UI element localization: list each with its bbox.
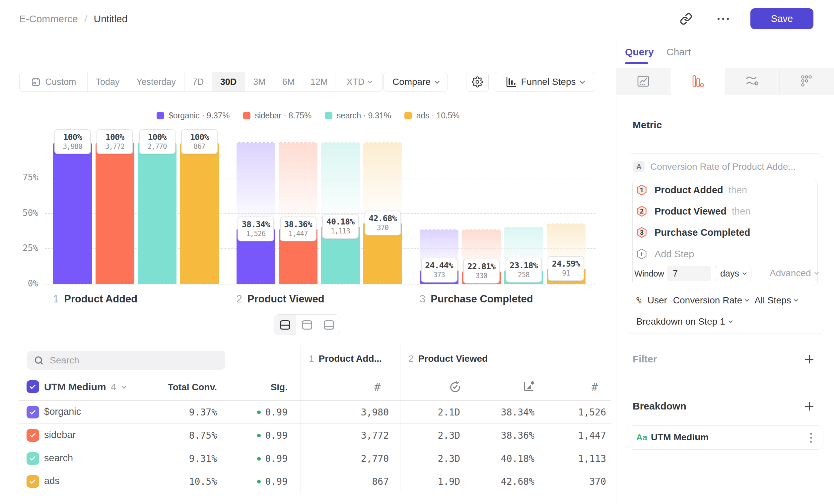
measure-scope-label: All Steps — [754, 295, 791, 306]
range-7d[interactable]: 7D — [184, 72, 212, 92]
query-step-2[interactable]: 2Product Viewedthen — [636, 206, 750, 217]
count-column-icon[interactable]: # — [592, 381, 598, 393]
cell-rate: 38.36% — [452, 430, 534, 441]
table-row-sidebar[interactable]: sidebar8.75%0.993,7722.3D38.36%1,447 — [19, 424, 611, 447]
chart-legend: $organic · 9.37%sidebar · 8.75%search · … — [0, 109, 616, 121]
query-step-3[interactable]: 3Purchase Completed — [636, 227, 750, 238]
legend-item-ads[interactable]: ads · 10.5% — [404, 111, 459, 120]
tab-chart[interactable]: Chart — [666, 46, 691, 58]
breakdown-item-menu[interactable] — [810, 433, 812, 443]
range-custom[interactable]: Custom — [20, 72, 88, 92]
bar-pct-label: 100% — [98, 132, 132, 142]
table-row-search[interactable]: search9.31%0.992,7702.3D40.18%1,113 — [19, 447, 611, 470]
sig-header[interactable]: Sig. — [221, 382, 288, 393]
bar-pct-label: 100% — [56, 132, 90, 142]
total-conv-header[interactable]: Total Conv. — [151, 382, 217, 393]
time-to-convert-icon[interactable] — [448, 380, 462, 393]
funnel-report-app: E-Commerce / Untitled Save CustomTodayYe… — [0, 0, 834, 504]
bar-pct-label: 38.34% — [239, 219, 273, 229]
measure-scope-dropdown[interactable]: All Steps — [754, 295, 797, 306]
bar-pct-label: 100% — [182, 132, 216, 142]
chevron-down-icon — [745, 297, 749, 302]
range-12m[interactable]: 12M — [303, 72, 335, 92]
window-unit-select[interactable]: days — [715, 266, 751, 281]
bar-organic-step1[interactable] — [53, 142, 92, 284]
breakdown-on-dropdown[interactable]: Breakdown on Step 1 — [636, 316, 732, 327]
metric-letter-badge: A — [633, 161, 644, 172]
insights-tab[interactable] — [616, 68, 671, 94]
measure-metric-dropdown[interactable]: Conversion Rate — [673, 295, 749, 306]
conversion-rate-icon[interactable] — [522, 380, 535, 393]
retention-tab[interactable] — [725, 68, 780, 94]
row-checkbox[interactable] — [26, 475, 39, 488]
flows-tab[interactable] — [780, 68, 834, 94]
metric-title[interactable]: Conversion Rate of Product Adde... — [650, 161, 796, 172]
chart-type-dropdown[interactable]: Funnel Steps — [494, 72, 595, 92]
legend-item-organic[interactable]: $organic · 9.37% — [157, 111, 229, 120]
add-filter-button[interactable] — [804, 354, 814, 364]
save-button[interactable]: Save — [750, 8, 813, 29]
breadcrumb-current[interactable]: Untitled — [93, 13, 127, 25]
funnels-tab[interactable] — [671, 68, 725, 94]
range-30d[interactable]: 30D — [212, 72, 245, 92]
legend-label: ads · 10.5% — [416, 111, 459, 120]
copy-link-button[interactable] — [678, 10, 694, 28]
view-toggle-split[interactable] — [275, 315, 296, 335]
legend-swatch — [243, 112, 250, 119]
search-input[interactable] — [50, 355, 209, 366]
row-checkbox[interactable] — [26, 429, 39, 442]
legend-item-sidebar[interactable]: sidebar · 8.75% — [243, 111, 311, 120]
add-breakdown-button[interactable] — [804, 401, 814, 411]
view-toggle-table[interactable] — [296, 315, 318, 335]
view-toggle-chart[interactable] — [318, 315, 340, 335]
advanced-toggle[interactable]: Advanced — [770, 268, 818, 278]
range-label: Today — [95, 77, 119, 87]
range-xtd[interactable]: XTD — [335, 72, 382, 92]
bar-ads-step1[interactable] — [180, 142, 219, 284]
more-options-button[interactable] — [713, 10, 733, 28]
add-step-button[interactable]: Add Step — [636, 248, 694, 260]
split-view-icon — [280, 320, 290, 329]
bar-search-step1[interactable] — [138, 142, 176, 284]
tab-query[interactable]: Query — [625, 46, 654, 58]
table-row-organic[interactable]: $organic9.37%0.993,9802.1D38.34%1,526 — [19, 400, 611, 424]
bar-sidebar-step1[interactable] — [95, 142, 134, 284]
step-number: 1 — [309, 353, 314, 364]
compare-button[interactable]: Compare — [383, 72, 448, 92]
window-value-input[interactable] — [667, 266, 711, 281]
legend-item-search[interactable]: search · 9.31% — [325, 111, 391, 120]
range-label: 6M — [282, 77, 295, 87]
chevron-down-icon — [728, 319, 733, 323]
y-axis-label: 25% — [7, 243, 38, 253]
bar-pct-label: 23.18% — [507, 260, 541, 271]
row-checkbox[interactable] — [26, 406, 39, 418]
breakdown-column-header[interactable]: UTM Medium 4 — [44, 381, 126, 393]
cell-time: 2.1D — [377, 407, 460, 418]
breakdown-on-label: Breakdown on Step 1 — [636, 316, 725, 327]
range-yesterday[interactable]: Yesterday — [128, 72, 184, 92]
step-title: Product Add... — [319, 353, 382, 364]
breakdown-item-card[interactable]: Aa UTM Medium — [627, 426, 824, 450]
range-label: Yesterday — [136, 77, 176, 87]
select-all-checkbox[interactable] — [26, 380, 39, 393]
count-column-icon[interactable]: # — [374, 381, 380, 393]
percent-icon: % — [636, 295, 642, 305]
breadcrumb-parent[interactable]: E-Commerce — [19, 13, 78, 25]
cell-sig: 0.99 — [205, 407, 288, 418]
measure-user-label[interactable]: User — [648, 295, 667, 306]
range-today[interactable]: Today — [88, 72, 128, 92]
range-label: 12M — [310, 77, 328, 87]
gridline — [45, 284, 595, 284]
row-checkbox[interactable] — [26, 452, 39, 465]
bar-label-sidebar-step2: 38.36%1,447 — [280, 216, 316, 242]
table-row-ads[interactable]: ads10.5%0.998671.9D42.68%370 — [19, 470, 611, 493]
range-3m[interactable]: 3M — [245, 72, 274, 92]
bar-label-sidebar-step3: 22.81%330 — [463, 259, 500, 283]
cell-count1: 867 — [306, 476, 389, 487]
chart-settings-button[interactable] — [466, 72, 489, 92]
range-6m[interactable]: 6M — [274, 72, 303, 92]
bar-count-label: 258 — [507, 271, 541, 279]
query-step-1[interactable]: 1Product Addedthen — [636, 184, 747, 196]
view-toggle-group — [274, 314, 340, 335]
chevron-down-icon — [122, 383, 127, 389]
